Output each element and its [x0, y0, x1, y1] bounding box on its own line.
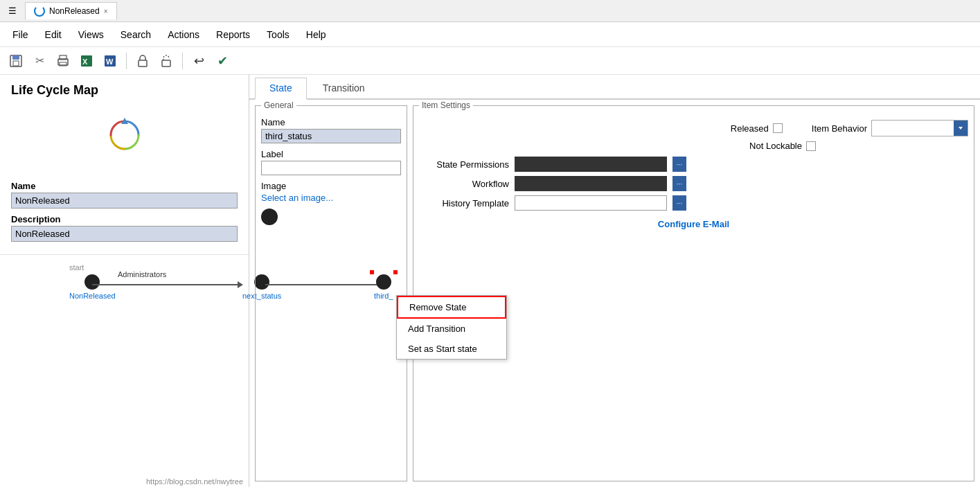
context-menu-add-transition[interactable]: Add Transition: [397, 319, 506, 339]
right-panel: State Transition General Name Label Imag…: [249, 75, 980, 487]
item-behavior-select-container: [871, 120, 968, 136]
workflow-diagram[interactable]: start NonReleased Administrators next_st…: [0, 254, 249, 487]
svg-rect-10: [139, 60, 147, 67]
arrow-1: [92, 281, 243, 288]
description-input[interactable]: [11, 226, 238, 242]
print-button[interactable]: [53, 51, 73, 71]
general-image-label: Image: [261, 181, 401, 191]
menu-reports[interactable]: Reports: [209, 26, 257, 43]
svg-marker-13: [959, 127, 963, 130]
excel-icon: X: [80, 54, 93, 68]
item-behavior-label: Item Behavior: [812, 123, 867, 134]
workflow-btn[interactable]: ···: [672, 176, 686, 191]
menu-actions[interactable]: Actions: [161, 26, 206, 43]
menu-file[interactable]: File: [6, 26, 35, 43]
node-label-nonreleased: NonReleased: [69, 292, 116, 300]
save-button[interactable]: [6, 51, 26, 71]
image-preview-circle: [261, 209, 278, 225]
context-menu: Remove State Add Transition Set as Start…: [396, 295, 507, 360]
not-lockable-label: Not Lockable: [749, 141, 802, 151]
separator-1: [126, 53, 127, 69]
general-section: General Name Label Image Select an image…: [255, 105, 407, 481]
tab-state[interactable]: State: [255, 78, 307, 100]
svg-text:W: W: [106, 57, 114, 66]
svg-rect-11: [162, 60, 170, 67]
lock-icon: [136, 54, 149, 68]
item-settings-label: Item Settings: [419, 100, 473, 110]
history-template-label: History Template: [419, 198, 509, 209]
start-label: start: [69, 263, 84, 272]
context-menu-remove-state[interactable]: Remove State: [397, 296, 506, 319]
menu-bar: File Edit Views Search Actions Reports T…: [0, 22, 980, 47]
menu-views[interactable]: Views: [71, 26, 111, 43]
workflow-field: [515, 176, 667, 191]
toolbar: ✂ X W ↩ ✔: [0, 47, 980, 75]
menu-edit[interactable]: Edit: [38, 26, 69, 43]
tab-transition[interactable]: Transition: [308, 78, 380, 98]
item-behavior-dropdown-btn[interactable]: [954, 121, 968, 136]
arrow-label-administrators: Administrators: [118, 270, 166, 278]
lifecycle-icon: [104, 114, 145, 156]
excel-button[interactable]: X: [76, 51, 97, 71]
hamburger-icon[interactable]: ☰: [6, 4, 19, 18]
svg-rect-1: [12, 55, 19, 60]
general-label-label: Label: [261, 149, 401, 159]
svg-text:X: X: [82, 57, 88, 66]
svg-rect-2: [13, 61, 19, 66]
workflow-label: Workflow: [419, 179, 509, 189]
form-area: General Name Label Image Select an image…: [249, 100, 980, 487]
tab-close-icon[interactable]: ×: [104, 8, 108, 15]
history-template-field: [515, 195, 667, 211]
description-label: Description: [11, 214, 238, 224]
save-icon: [9, 54, 23, 68]
tab-bar: State Transition: [249, 78, 980, 100]
general-label-input[interactable]: [261, 161, 401, 175]
state-permissions-row: State Permissions ···: [419, 157, 968, 172]
chevron-down-icon: [957, 125, 964, 132]
unlock-icon: [160, 54, 172, 68]
history-template-row: History Template ···: [419, 195, 968, 211]
item-behavior-select[interactable]: [872, 121, 954, 136]
app-tab[interactable]: NonReleased ×: [25, 2, 117, 19]
main-layout: Life Cycle Map Name Description start: [0, 75, 980, 487]
word-button[interactable]: W: [100, 51, 121, 71]
menu-help[interactable]: Help: [299, 26, 333, 43]
workflow-row: Workflow ···: [419, 176, 968, 191]
tab-title: NonReleased: [49, 6, 100, 16]
general-name-input[interactable]: [261, 129, 401, 143]
general-name-label: Name: [261, 117, 401, 127]
word-icon: W: [103, 54, 117, 68]
status-bar: https://blog.csdn.net/nwytree: [141, 476, 249, 487]
name-label: Name: [11, 181, 238, 191]
name-input[interactable]: [11, 193, 238, 209]
item-settings-section: Item Settings Released Item Behavior: [413, 105, 974, 481]
state-permissions-field: [515, 157, 667, 172]
history-template-btn[interactable]: ···: [672, 195, 686, 211]
general-section-label: General: [261, 100, 296, 110]
context-menu-set-start[interactable]: Set as Start state: [397, 339, 506, 359]
cut-button[interactable]: ✂: [29, 51, 50, 71]
released-checkbox[interactable]: [773, 123, 783, 133]
select-image-link[interactable]: Select an image...: [261, 193, 333, 203]
left-panel-fields: Name Description: [0, 170, 249, 247]
menu-search[interactable]: Search: [114, 26, 158, 43]
menu-tools[interactable]: Tools: [260, 26, 296, 43]
lock-button[interactable]: [132, 51, 153, 71]
title-bar: ☰ NonReleased ×: [0, 0, 980, 22]
panel-title: Life Cycle Map: [11, 83, 238, 98]
confirm-button[interactable]: ✔: [212, 51, 233, 71]
released-label: Released: [731, 123, 769, 134]
unlock-button[interactable]: [156, 51, 177, 71]
not-lockable-checkbox[interactable]: [806, 141, 816, 151]
undo-button[interactable]: ↩: [188, 51, 209, 71]
configure-email-link[interactable]: Configure E-Mail: [419, 219, 968, 229]
state-permissions-btn[interactable]: ···: [672, 157, 686, 172]
loading-icon: [34, 6, 45, 17]
state-permissions-label: State Permissions: [419, 159, 509, 170]
arrow-line-1: [92, 284, 238, 285]
separator-2: [182, 53, 183, 69]
left-panel: Life Cycle Map Name Description start: [0, 75, 249, 487]
print-icon: [56, 54, 70, 68]
